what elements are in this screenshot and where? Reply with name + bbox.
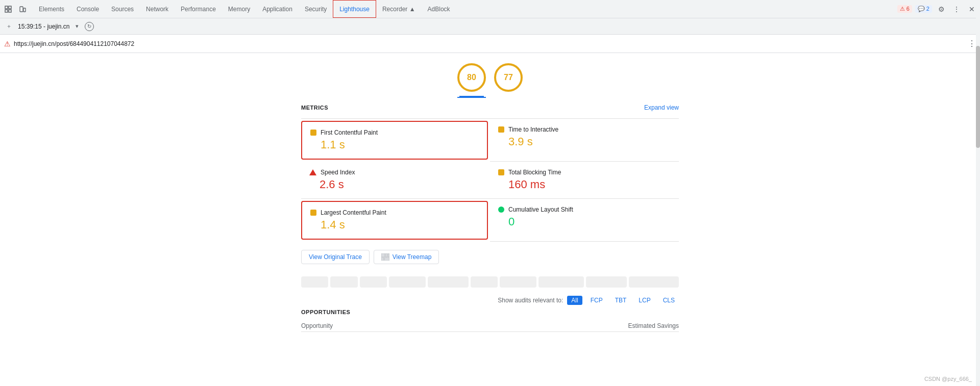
message-badge[interactable]: 💬 2 bbox=[915, 5, 932, 13]
score-underline-active bbox=[457, 97, 486, 98]
scrollbar-thumb[interactable] bbox=[976, 46, 980, 148]
devtools-right-buttons: ⚠ 6 💬 2 ⚙ ⋮ ✕ bbox=[897, 3, 978, 15]
watermark: CSDN @pzy_666_ bbox=[924, 376, 972, 382]
svg-rect-10 bbox=[384, 258, 389, 261]
tab-adblock[interactable]: AdBlock bbox=[422, 0, 456, 18]
inspect-icon[interactable] bbox=[2, 3, 14, 15]
metric-tti-label: Time to Interactive bbox=[498, 126, 671, 133]
metrics-grid: First Contentful Paint 1.1 s Time to Int… bbox=[301, 118, 679, 242]
metric-tbt-value: 160 ms bbox=[508, 178, 671, 191]
address-bar: ＋ 15:39:15 - juejin.cn ▾ ↻ bbox=[0, 18, 980, 35]
metric-tbt-label: Total Blocking Time bbox=[498, 169, 671, 176]
col-opportunity: Opportunity bbox=[301, 322, 333, 329]
svg-rect-7 bbox=[385, 253, 387, 257]
expand-view-link[interactable]: Expand view bbox=[644, 104, 679, 111]
metrics-title: METRICS bbox=[301, 105, 328, 111]
svg-rect-3 bbox=[9, 10, 11, 12]
score-value-0: 80 bbox=[467, 73, 476, 82]
dropdown-icon[interactable]: ▾ bbox=[74, 22, 81, 31]
metric-si-icon bbox=[309, 169, 316, 175]
devtools-tab-list: Elements Console Sources Network Perform… bbox=[33, 0, 897, 18]
svg-rect-9 bbox=[381, 258, 384, 261]
tab-application[interactable]: Application bbox=[256, 0, 299, 18]
view-treemap-button[interactable]: View Treemap bbox=[374, 250, 439, 264]
settings-icon[interactable]: ⚙ bbox=[935, 3, 947, 15]
metric-lcp: Largest Contentful Paint 1.4 s bbox=[301, 201, 488, 240]
tab-elements[interactable]: Elements bbox=[33, 0, 70, 18]
filter-chip-8 bbox=[538, 276, 584, 288]
view-original-trace-button[interactable]: View Original Trace bbox=[301, 250, 370, 264]
score-circle-1[interactable]: 77 bbox=[494, 63, 523, 92]
scores-row: 80 77 bbox=[0, 53, 980, 97]
metric-cls-label: Cumulative Layout Shift bbox=[498, 206, 671, 213]
filter-chip-10 bbox=[629, 276, 679, 288]
url-bar: ⚠ https://juejin.cn/post/684490411210704… bbox=[0, 35, 980, 53]
metric-cls-icon bbox=[498, 207, 504, 213]
url-text: https://juejin.cn/post/68449041121070448… bbox=[14, 40, 965, 47]
metric-lcp-value: 1.4 s bbox=[321, 218, 479, 231]
score-circle-0[interactable]: 80 bbox=[457, 63, 486, 92]
metric-fcp: First Contentful Paint 1.1 s bbox=[301, 121, 488, 160]
audit-filter: Show audits relevant to: All FCP TBT LCP… bbox=[291, 292, 689, 309]
col-savings: Estimated Savings bbox=[628, 322, 679, 329]
tab-recorder[interactable]: Recorder ▲ bbox=[376, 0, 422, 18]
tab-console[interactable]: Console bbox=[70, 0, 105, 18]
metric-cls: Cumulative Layout Shift 0 bbox=[490, 199, 679, 242]
opportunities-header: Opportunity Estimated Savings bbox=[301, 320, 679, 332]
url-more-icon[interactable]: ⋮ bbox=[968, 39, 976, 48]
reload-icon[interactable]: ↻ bbox=[85, 22, 94, 31]
metrics-header: METRICS Expand view bbox=[301, 104, 679, 111]
tab-network[interactable]: Network bbox=[140, 0, 175, 18]
opportunities-title: OPPORTUNITIES bbox=[301, 309, 679, 315]
metric-fcp-icon bbox=[310, 130, 316, 136]
opportunities-section: OPPORTUNITIES Opportunity Estimated Savi… bbox=[291, 309, 689, 332]
tab-memory[interactable]: Memory bbox=[222, 0, 256, 18]
main-content: 80 77 METRICS Expand view First Contentf… bbox=[0, 53, 980, 386]
filter-chip-3 bbox=[360, 276, 387, 288]
filter-chips-blurred bbox=[291, 272, 689, 292]
metric-tti: Time to Interactive 3.9 s bbox=[490, 119, 679, 162]
filter-chip-1 bbox=[301, 276, 328, 288]
metric-lcp-icon bbox=[310, 210, 316, 216]
svg-rect-4 bbox=[20, 7, 23, 12]
filter-chip-7 bbox=[500, 276, 536, 288]
audit-filter-lcp[interactable]: LCP bbox=[634, 296, 654, 305]
tab-lighthouse[interactable]: Lighthouse bbox=[333, 0, 376, 18]
devtools-icon-group bbox=[2, 3, 29, 15]
metric-tbt-icon bbox=[498, 169, 504, 175]
audit-filter-label: Show audits relevant to: bbox=[498, 297, 563, 304]
filter-chip-9 bbox=[586, 276, 627, 288]
filter-chip-2 bbox=[330, 276, 357, 288]
score-underline-inactive bbox=[494, 97, 523, 98]
score-value-1: 77 bbox=[504, 73, 513, 82]
tab-security[interactable]: Security bbox=[299, 0, 333, 18]
warning-badge[interactable]: ⚠ 6 bbox=[897, 5, 912, 13]
view-treemap-label: View Treemap bbox=[393, 253, 431, 261]
metric-si: Speed Index 2.6 s bbox=[301, 162, 490, 199]
audit-filter-tbt[interactable]: TBT bbox=[611, 296, 631, 305]
metric-si-value: 2.6 s bbox=[320, 178, 482, 191]
audit-filter-all[interactable]: All bbox=[567, 296, 582, 305]
device-toggle-icon[interactable] bbox=[16, 3, 29, 15]
scrollbar[interactable] bbox=[976, 0, 980, 386]
new-tab-button[interactable]: ＋ bbox=[4, 21, 14, 31]
svg-rect-5 bbox=[23, 8, 26, 12]
filter-chip-6 bbox=[471, 276, 498, 288]
tab-performance[interactable]: Performance bbox=[175, 0, 222, 18]
tab-sources[interactable]: Sources bbox=[105, 0, 140, 18]
metric-fcp-label: First Contentful Paint bbox=[310, 129, 479, 136]
audit-filter-fcp[interactable]: FCP bbox=[586, 296, 607, 305]
metric-lcp-label: Largest Contentful Paint bbox=[310, 209, 479, 216]
treemap-icon bbox=[381, 253, 389, 261]
filter-chip-5 bbox=[428, 276, 469, 288]
metric-tti-icon bbox=[498, 126, 504, 133]
metric-fcp-value: 1.1 s bbox=[321, 138, 479, 151]
audit-filter-cls[interactable]: CLS bbox=[659, 296, 679, 305]
devtools-topbar: Elements Console Sources Network Perform… bbox=[0, 0, 980, 18]
svg-rect-0 bbox=[5, 6, 8, 9]
svg-rect-6 bbox=[381, 253, 385, 257]
svg-rect-1 bbox=[9, 6, 11, 9]
security-warning-icon: ⚠ bbox=[4, 40, 11, 48]
view-buttons-row: View Original Trace View Treemap bbox=[291, 242, 689, 272]
more-options-icon[interactable]: ⋮ bbox=[950, 3, 963, 15]
